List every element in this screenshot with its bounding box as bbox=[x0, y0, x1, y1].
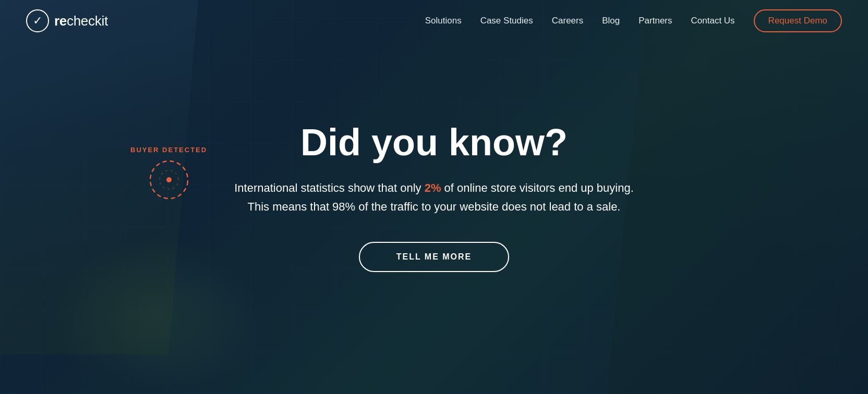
tell-me-more-button[interactable]: TELL ME MORE bbox=[359, 242, 510, 272]
radar-circle bbox=[148, 159, 190, 201]
nav-partners[interactable]: Partners bbox=[638, 16, 672, 26]
navbar: ✓ recheckit Solutions Case Studies Caree… bbox=[0, 0, 868, 42]
nav-contact-us[interactable]: Contact Us bbox=[691, 16, 735, 26]
checkmark-icon: ✓ bbox=[33, 15, 42, 27]
subtitle-text-1: International statistics show that only bbox=[234, 181, 424, 194]
radar-svg bbox=[148, 159, 190, 201]
svg-point-1 bbox=[166, 177, 172, 182]
subtitle-line2: This means that 98% of the traffic to yo… bbox=[247, 200, 620, 213]
buyer-detected-badge: BUYER DETECTED bbox=[130, 146, 207, 201]
subtitle-highlight: 2% bbox=[425, 181, 441, 194]
buyer-detected-label: BUYER DETECTED bbox=[130, 146, 207, 154]
request-demo-button[interactable]: Request Demo bbox=[754, 9, 842, 32]
nav-case-studies[interactable]: Case Studies bbox=[480, 16, 533, 26]
hero-title: Did you know? bbox=[234, 122, 634, 163]
nav-links: Solutions Case Studies Careers Blog Part… bbox=[425, 9, 842, 32]
hero-content: Did you know? International statistics s… bbox=[224, 122, 644, 272]
nav-blog[interactable]: Blog bbox=[602, 16, 620, 26]
hero-section: ✓ recheckit Solutions Case Studies Caree… bbox=[0, 0, 868, 394]
nav-careers[interactable]: Careers bbox=[552, 16, 583, 26]
logo-text: recheckit bbox=[54, 13, 108, 29]
hero-subtitle: International statistics show that only … bbox=[234, 179, 634, 215]
bg-texture-right bbox=[607, 0, 868, 394]
logo[interactable]: ✓ recheckit bbox=[26, 9, 108, 32]
subtitle-text-2: of online store visitors end up buying. bbox=[441, 181, 633, 194]
logo-icon: ✓ bbox=[26, 9, 49, 32]
nav-solutions[interactable]: Solutions bbox=[425, 16, 462, 26]
